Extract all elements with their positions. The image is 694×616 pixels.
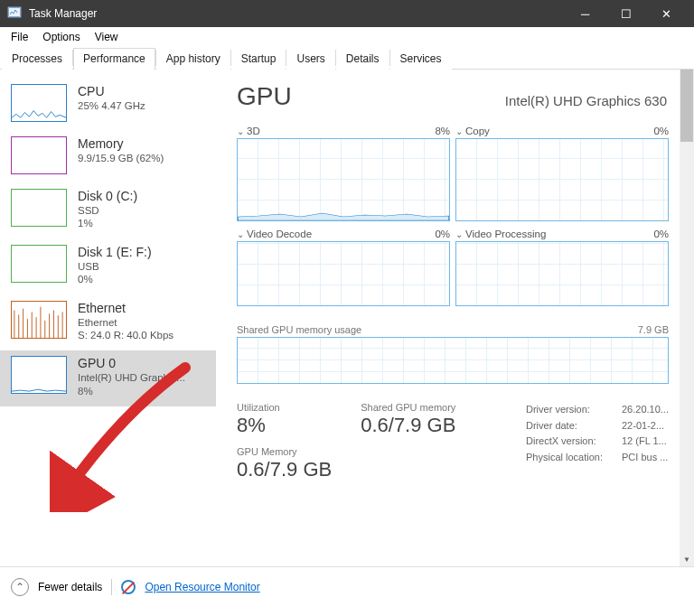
gmem-label: GPU Memory (237, 446, 332, 457)
main-panel: GPU Intel(R) UHD Graphics 630 3D8% Copy0… (217, 70, 694, 566)
resource-monitor-icon (121, 580, 136, 594)
footer: ⌃ Fewer details Open Resource Monitor (0, 566, 694, 606)
disk1-sub2: 0% (78, 273, 152, 285)
chart-vp-value: 0% (653, 229, 669, 239)
disk0-sub2: 1% (78, 217, 137, 229)
chart-3d-value: 8% (435, 126, 450, 136)
tab-processes[interactable]: Processes (2, 48, 72, 70)
eth-title: Ethernet (78, 301, 174, 315)
menu-options[interactable]: Options (35, 29, 87, 45)
meta-driver-date-k: Driver date: (526, 418, 611, 434)
meta-driver-version-v: 26.20.10... (622, 402, 669, 418)
app-icon (7, 6, 22, 21)
chart-3d (237, 138, 450, 221)
chart-copy-label[interactable]: Copy (455, 126, 490, 136)
util-value: 8% (237, 414, 332, 437)
scrollbar-thumb[interactable] (680, 70, 693, 142)
meta-location-v: PCI bus ... (622, 450, 668, 466)
sidebar-item-memory[interactable]: Memory9.9/15.9 GB (62%) (0, 131, 216, 183)
sidebar-item-ethernet[interactable]: EthernetEthernetS: 24.0 R: 40.0 Kbps (0, 295, 216, 351)
open-resource-monitor-link[interactable]: Open Resource Monitor (145, 581, 259, 593)
chart-video-decode (237, 241, 450, 306)
meta-directx-k: DirectX version: (526, 434, 611, 450)
chart-vd-label[interactable]: Video Decode (237, 229, 312, 239)
content: CPU25% 4.47 GHz Memory9.9/15.9 GB (62%) … (0, 70, 694, 566)
chart-video-processing (455, 241, 669, 306)
tab-performance[interactable]: Performance (73, 48, 155, 70)
smem-label: Shared GPU memory (361, 402, 455, 413)
chart-vd-value: 0% (435, 229, 450, 239)
meta-driver-date-v: 22-01-2... (622, 418, 664, 434)
gpu0-title: GPU 0 (78, 356, 185, 370)
cpu-title: CPU (78, 84, 145, 98)
disk0-sub1: SSD (78, 204, 137, 217)
meta-driver-version-k: Driver version: (526, 402, 611, 418)
chart-3d-label[interactable]: 3D (237, 126, 260, 136)
meta-location-k: Physical location: (526, 450, 611, 466)
util-label: Utilization (237, 402, 332, 413)
disk1-sub1: USB (78, 260, 152, 273)
chart-vp-label[interactable]: Video Processing (455, 229, 546, 239)
maximize-button[interactable]: ☐ (605, 0, 646, 27)
disk0-title: Disk 0 (C:) (78, 189, 137, 203)
eth-sub2: S: 24.0 R: 40.0 Kbps (78, 329, 174, 341)
close-button[interactable]: ✕ (646, 0, 687, 27)
gpu-device-name: Intel(R) UHD Graphics 630 (505, 93, 667, 108)
mem-label: Shared GPU memory usage (237, 324, 361, 335)
tab-details[interactable]: Details (336, 48, 389, 70)
chart-copy (455, 138, 669, 221)
minimize-button[interactable]: ─ (565, 0, 605, 27)
collapse-icon[interactable]: ⌃ (11, 578, 29, 596)
tab-app-history[interactable]: App history (156, 48, 230, 70)
tab-users[interactable]: Users (286, 48, 334, 70)
scrollbar[interactable]: ▼ (680, 70, 694, 566)
gmem-value: 0.6/7.9 GB (237, 458, 332, 481)
tab-services[interactable]: Services (390, 48, 452, 70)
menu-file[interactable]: File (4, 29, 35, 45)
window-title: Task Manager (29, 7, 565, 20)
disk1-title: Disk 1 (E: F:) (78, 245, 152, 259)
mem-max: 7.9 GB (638, 324, 669, 335)
eth-sub1: Ethernet (78, 316, 174, 329)
titlebar: Task Manager ─ ☐ ✕ (0, 0, 694, 27)
memory-title: Memory (78, 136, 164, 151)
sidebar-item-cpu[interactable]: CPU25% 4.47 GHz (0, 79, 216, 131)
tab-startup[interactable]: Startup (231, 48, 286, 70)
meta-directx-v: 12 (FL 1... (622, 434, 667, 450)
menubar: File Options View (0, 27, 694, 47)
scroll-down-icon[interactable]: ▼ (680, 552, 694, 566)
smem-value: 0.6/7.9 GB (361, 414, 455, 437)
sidebar: CPU25% 4.47 GHz Memory9.9/15.9 GB (62%) … (0, 70, 217, 566)
gpu0-sub2: 8% (78, 385, 185, 397)
menu-view[interactable]: View (88, 29, 126, 45)
sidebar-item-disk1[interactable]: Disk 1 (E: F:)USB0% (0, 239, 216, 295)
chart-copy-value: 0% (653, 126, 669, 136)
chart-shared-mem (237, 337, 669, 384)
cpu-sub: 25% 4.47 GHz (78, 99, 145, 112)
sidebar-item-gpu0[interactable]: GPU 0Intel(R) UHD Graphic...8% (0, 350, 216, 406)
fewer-details-link[interactable]: Fewer details (38, 581, 102, 593)
tabs: Processes Performance App history Startu… (0, 47, 694, 70)
gpu0-sub1: Intel(R) UHD Graphic... (78, 371, 185, 384)
sidebar-item-disk0[interactable]: Disk 0 (C:)SSD1% (0, 183, 216, 239)
memory-sub: 9.9/15.9 GB (62%) (78, 152, 164, 164)
